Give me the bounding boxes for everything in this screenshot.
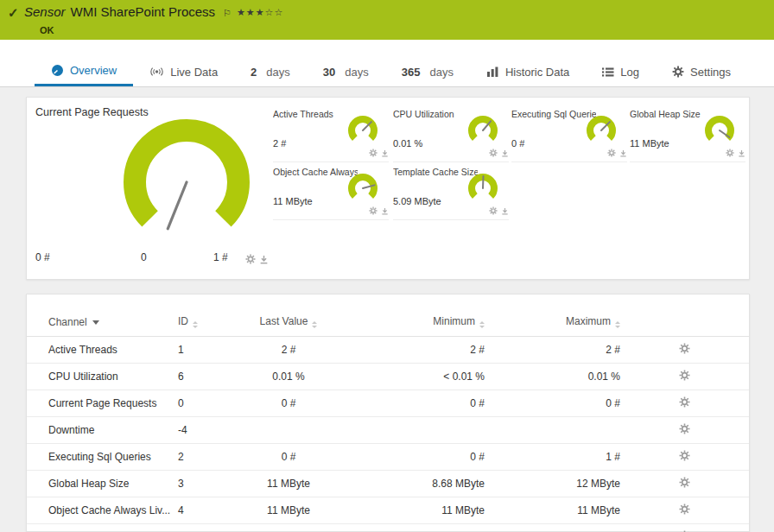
table-row[interactable]: Executing Sql Queries 2 0 # 0 # 1 # [27, 444, 749, 471]
channel-id: 3 [178, 471, 234, 497]
channel-minimum [343, 417, 485, 444]
sensor-name: WMI SharePoint Process [71, 4, 216, 19]
gauge-settings-gear-icon[interactable] [369, 149, 377, 157]
gauge-download-icon[interactable] [501, 149, 509, 157]
column-header-minimum[interactable]: Minimum [343, 310, 485, 337]
channel-minimum: 3.75 MByte [343, 524, 485, 532]
tab-2-days-number: 2 [251, 66, 257, 79]
channel-name: CPU Utilization [27, 364, 178, 390]
overview-gauge-icon [51, 64, 64, 77]
tab-2-days[interactable]: 2days [234, 57, 307, 86]
gauge-tile-value: 5.09 MByte [393, 196, 441, 206]
channel-name: Downtime [27, 417, 178, 444]
tab-live-data[interactable]: Live Data [133, 57, 234, 86]
channel-settings-wrench-icon[interactable] [679, 450, 690, 461]
gauge-tile-title: CPU Utilization [393, 109, 454, 119]
channel-last-value: 11 MByte [234, 497, 343, 524]
gauge-tile-value: 2 # [273, 138, 286, 149]
channel-id: 2 [178, 444, 234, 471]
gauge-tile-value: 0.01 % [393, 138, 422, 149]
gauge-download-icon[interactable] [381, 149, 389, 157]
channels-table: Channel ID Last Value Minimum Maximum Ac… [27, 310, 749, 532]
priority-stars[interactable]: ★★★☆☆ [237, 7, 283, 17]
channel-name: Current Page Requests [27, 390, 178, 417]
table-row[interactable]: Active Threads 1 2 # 2 # 2 # [27, 337, 749, 364]
channel-maximum [485, 417, 620, 444]
channel-last-value: 0 # [234, 390, 343, 417]
channel-settings-wrench-icon[interactable] [679, 396, 690, 408]
tab-30-days-number: 30 [323, 66, 335, 79]
gauge-download-icon[interactable] [501, 207, 509, 215]
column-header-id[interactable]: ID [178, 310, 234, 337]
channel-id: -4 [178, 417, 234, 444]
sensor-header: ✓ SensorWMI SharePoint Process⚐★★★☆☆ OK [0, 0, 774, 40]
table-row[interactable]: Object Cache Always Liv... 4 11 MByte 11… [27, 497, 749, 524]
gauge-download-icon[interactable] [738, 149, 745, 157]
tab-log[interactable]: Log [586, 57, 656, 86]
small-gauge [346, 169, 380, 204]
table-row[interactable]: Global Heap Size 3 11 MByte 8.68 MByte 1… [27, 471, 749, 497]
channel-settings-wrench-icon[interactable] [679, 504, 690, 515]
channel-minimum: 2 # [343, 337, 485, 364]
gauge-settings-gear-icon[interactable] [489, 206, 498, 215]
table-header-row: Channel ID Last Value Minimum Maximum [27, 310, 749, 337]
channel-maximum: 11 MByte [485, 497, 620, 524]
gauge-tile: Template Cache Size 5.09 MByte [393, 164, 509, 220]
sort-icon [615, 321, 620, 328]
channel-settings-wrench-icon[interactable] [679, 370, 690, 381]
gauges-panel: Current Page Requests 0 # 0 1 # [26, 97, 750, 280]
channel-minimum: 0 # [343, 444, 485, 471]
gauge-tile-actions [489, 149, 509, 157]
tab-settings-label: Settings [690, 66, 731, 79]
gauge-settings-gear-icon[interactable] [489, 149, 498, 157]
tab-historic-data[interactable]: Historic Data [470, 57, 586, 86]
tab-30-days[interactable]: 30days [307, 57, 385, 86]
tab-overview[interactable]: Overview [35, 57, 133, 86]
small-gauge [466, 169, 500, 204]
channel-last-value: 0 # [234, 444, 343, 471]
channel-settings-wrench-icon[interactable] [679, 477, 690, 488]
channel-minimum: < 0.01 % [343, 364, 485, 390]
tab-settings[interactable]: Settings [656, 57, 747, 86]
table-row[interactable]: CPU Utilization 6 0.01 % < 0.01 % 0.01 % [27, 364, 749, 390]
main-gauge-actions [245, 254, 269, 264]
bar-chart-icon [486, 66, 499, 78]
gear-icon [672, 66, 684, 78]
gauge-download-icon[interactable] [259, 255, 269, 264]
gauge-tile-actions [607, 149, 627, 157]
gauge-tile-title: Global Heap Size [630, 109, 701, 119]
broadcast-icon [149, 66, 164, 78]
channel-last-value: 2 # [234, 337, 343, 364]
tab-bar: Overview Live Data 2days 30days 365days [0, 40, 774, 87]
column-header-channel[interactable]: Channel [27, 310, 178, 337]
gauge-tile-actions [489, 206, 509, 215]
tab-live-data-label: Live Data [170, 66, 218, 79]
gauge-tile: CPU Utilization 0.01 % [393, 106, 509, 162]
gauge-settings-gear-icon[interactable] [245, 254, 256, 264]
channel-minimum: 0 # [343, 390, 485, 417]
small-gauge [702, 111, 737, 146]
table-row[interactable]: Template Cache Size 5 5.09 MByte 3.75 MB… [27, 524, 749, 532]
table-row[interactable]: Current Page Requests 0 0 # 0 # 0 # [27, 390, 749, 417]
channel-settings-wrench-icon[interactable] [679, 343, 690, 354]
priority-flag-icon[interactable]: ⚐ [223, 8, 232, 18]
channel-maximum: 2 # [485, 337, 620, 364]
gauge-settings-gear-icon[interactable] [726, 149, 734, 157]
gauge-tile-actions [726, 149, 745, 157]
gauge-settings-gear-icon[interactable] [369, 206, 377, 215]
status-ok-check-icon: ✓ [8, 5, 19, 21]
gauge-tile-title: Active Threads [273, 109, 333, 119]
gauge-tile-actions [369, 149, 389, 157]
gauge-download-icon[interactable] [381, 207, 389, 215]
gauge-download-icon[interactable] [619, 149, 627, 157]
column-header-maximum[interactable]: Maximum [485, 310, 620, 337]
column-header-last-value[interactable]: Last Value [234, 310, 343, 337]
gauge-settings-gear-icon[interactable] [607, 149, 616, 157]
table-row[interactable]: Downtime -4 [27, 417, 749, 444]
tab-365-days[interactable]: 365days [385, 57, 470, 86]
channel-settings-wrench-icon[interactable] [679, 423, 690, 434]
small-gauge [346, 111, 380, 146]
tab-365-days-number: 365 [402, 66, 421, 79]
tab-2-days-label: days [266, 66, 289, 79]
channel-maximum: 5.34 MByte [485, 524, 620, 532]
